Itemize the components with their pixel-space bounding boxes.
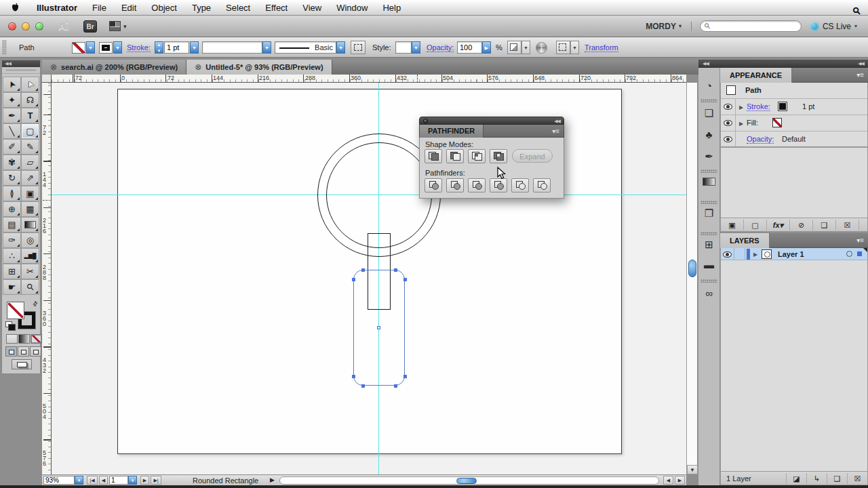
vertical-scrollbar[interactable]: ▼ bbox=[686, 83, 697, 474]
scroll-right-button[interactable]: ▶ bbox=[675, 476, 685, 485]
delete-item-button[interactable]: ☒ bbox=[836, 220, 859, 230]
appearance-stroke-row[interactable]: ▶ Stroke: 1 pt bbox=[721, 99, 867, 115]
blend-tool[interactable]: ◎ bbox=[21, 232, 39, 248]
bridge-button[interactable]: Br bbox=[83, 20, 97, 33]
layer-row[interactable]: ▶ Layer 1 bbox=[721, 248, 867, 260]
appearance-panel-icon[interactable]: ❐ bbox=[698, 207, 719, 220]
stroke-link[interactable]: Stroke: bbox=[747, 102, 770, 111]
layer-lock-toggle[interactable] bbox=[734, 248, 745, 260]
width-profile-dropdown-icon[interactable]: ▼ bbox=[262, 41, 271, 54]
brush-dropdown-icon[interactable]: ▼ bbox=[336, 41, 345, 54]
artboard-tool[interactable]: ⊞ bbox=[3, 264, 21, 279]
gradient-tool[interactable] bbox=[21, 217, 39, 232]
anchor-point[interactable] bbox=[403, 375, 407, 378]
user-menu[interactable]: MORDY ▾ bbox=[646, 22, 692, 31]
duplicate-item-button[interactable]: ❑ bbox=[813, 220, 836, 230]
document-tab-untitled[interactable]: ⊗ Untitled-5* @ 93% (RGB/Preview) bbox=[186, 60, 332, 75]
close-tab-icon[interactable]: ⊗ bbox=[50, 62, 57, 72]
appearance-tab[interactable]: APPEARANCE bbox=[720, 68, 792, 83]
color-button[interactable] bbox=[6, 334, 18, 344]
anchor-point[interactable] bbox=[352, 375, 355, 378]
screen-mode-button[interactable] bbox=[12, 359, 32, 369]
pathfinder-tab[interactable]: PATHFINDER bbox=[420, 125, 484, 138]
shape-builder-tool[interactable]: ⊕ bbox=[3, 201, 21, 217]
stroke-weight-field[interactable] bbox=[164, 41, 189, 54]
appearance-opacity-row[interactable]: Opacity: Default bbox=[721, 131, 867, 148]
exclude-button[interactable] bbox=[490, 149, 507, 163]
next-page-button[interactable]: ▶ bbox=[140, 476, 149, 485]
layer-name[interactable]: Layer 1 bbox=[778, 248, 804, 260]
select-similar-dropdown-icon[interactable]: ▼ bbox=[521, 41, 530, 54]
app-search-box[interactable]: ⚲ bbox=[700, 20, 802, 32]
eraser-tool[interactable]: ▱ bbox=[21, 155, 39, 170]
anchor-point[interactable] bbox=[361, 384, 365, 388]
previous-page-button[interactable]: ◀ bbox=[99, 476, 108, 485]
menu-illustrator[interactable]: Illustrator bbox=[29, 3, 85, 13]
minus-back-button[interactable] bbox=[533, 178, 551, 192]
create-layer-button[interactable]: ❑ bbox=[827, 473, 847, 484]
anchor-point[interactable] bbox=[361, 268, 365, 272]
style-dropdown-icon[interactable]: ▼ bbox=[412, 41, 420, 54]
trim-button[interactable] bbox=[446, 178, 464, 192]
lasso-tool[interactable]: ☊ bbox=[21, 92, 39, 108]
ruler-origin-corner[interactable] bbox=[42, 75, 52, 83]
workspace-switcher-button[interactable]: ▾ bbox=[109, 21, 127, 31]
cs-live-menu[interactable]: CS Live ▾ bbox=[810, 22, 857, 31]
stroke-proxy-swatch[interactable] bbox=[99, 42, 113, 54]
horizontal-scrollbar[interactable] bbox=[279, 476, 659, 485]
opacity-field[interactable] bbox=[457, 41, 482, 54]
align-dropdown-icon[interactable]: ▼ bbox=[570, 41, 579, 54]
draw-behind-button[interactable] bbox=[18, 346, 29, 357]
zoom-dropdown-icon[interactable]: ▼ bbox=[75, 476, 83, 485]
dock-collapse-icon[interactable]: ◀◀ bbox=[858, 60, 864, 68]
status-flyout-icon[interactable]: ▶ bbox=[270, 476, 275, 483]
opacity-panel-link[interactable]: Opacity: bbox=[427, 43, 454, 52]
color-guide-icon[interactable]: ◔ bbox=[698, 80, 719, 92]
visibility-toggle[interactable] bbox=[721, 131, 736, 146]
column-graph-tool[interactable]: ▂▆█ bbox=[21, 248, 39, 264]
anchor-point[interactable] bbox=[403, 278, 407, 281]
dock-header[interactable]: ◀◀ ◀◀ bbox=[698, 60, 868, 68]
layers-tab[interactable]: LAYERS bbox=[720, 233, 770, 248]
anchor-point[interactable] bbox=[394, 268, 397, 272]
symbol-sprayer-tool[interactable]: ∴ bbox=[3, 248, 21, 264]
brush-definition-field[interactable]: Basic bbox=[275, 41, 336, 54]
stroke-weight-dropdown-icon[interactable]: ▼ bbox=[190, 41, 199, 54]
page-dropdown-icon[interactable]: ▼ bbox=[128, 476, 137, 485]
transform-panel-link[interactable]: Transform bbox=[585, 43, 618, 52]
delete-layer-button[interactable]: ☒ bbox=[847, 473, 867, 484]
layer-thumbnail[interactable] bbox=[762, 249, 772, 259]
close-tab-icon[interactable]: ⊗ bbox=[195, 62, 201, 72]
pathfinder-title-bar[interactable]: ◀◀ bbox=[419, 117, 564, 125]
tools-collapse-icon[interactable]: ◀◀ bbox=[2, 60, 40, 67]
appearance-fill-row[interactable]: ▶ Fill: bbox=[721, 115, 867, 131]
line-segment-tool[interactable]: ╲ bbox=[3, 123, 21, 139]
current-tool-status[interactable]: Rounded Rectangle bbox=[193, 476, 258, 485]
panel-menu-icon[interactable]: ▾≡ bbox=[856, 68, 864, 83]
first-page-button[interactable]: |◀ bbox=[87, 476, 98, 485]
fill-dropdown-arrow-icon[interactable]: ▼ bbox=[86, 41, 95, 54]
canvas[interactable] bbox=[52, 83, 686, 474]
fill-proxy-swatch[interactable] bbox=[72, 42, 85, 54]
rotate-tool[interactable]: ↻ bbox=[3, 170, 21, 186]
graphic-style-field[interactable] bbox=[395, 41, 412, 54]
horizontal-ruler[interactable]: 72 0 72 144 216 288 360 432 504 576 648 … bbox=[42, 75, 686, 83]
expand-button[interactable]: Expand bbox=[512, 149, 553, 163]
perspective-grid-tool[interactable]: ▦ bbox=[21, 201, 39, 217]
menu-file[interactable]: File bbox=[85, 3, 114, 13]
width-tool[interactable]: ≬ bbox=[3, 186, 21, 201]
symbols-icon[interactable]: ❏ bbox=[698, 107, 719, 119]
close-window-button[interactable] bbox=[8, 22, 16, 30]
tools-panel-grip[interactable] bbox=[2, 67, 40, 74]
stroke-dropdown-arrow-icon[interactable]: ▼ bbox=[113, 41, 122, 54]
type-tool[interactable]: T bbox=[21, 108, 39, 123]
brushes-icon[interactable]: ♣ bbox=[698, 129, 719, 140]
divide-button[interactable] bbox=[425, 178, 442, 192]
align-button[interactable] bbox=[556, 41, 570, 54]
eyedropper-tool[interactable]: ✑ bbox=[3, 232, 21, 248]
anchor-point[interactable] bbox=[352, 278, 355, 281]
menu-select[interactable]: Select bbox=[218, 3, 258, 13]
minimize-window-button[interactable] bbox=[22, 22, 30, 30]
recolor-artwork-icon[interactable] bbox=[536, 42, 547, 54]
new-fill-button[interactable]: ▢ bbox=[744, 220, 767, 230]
